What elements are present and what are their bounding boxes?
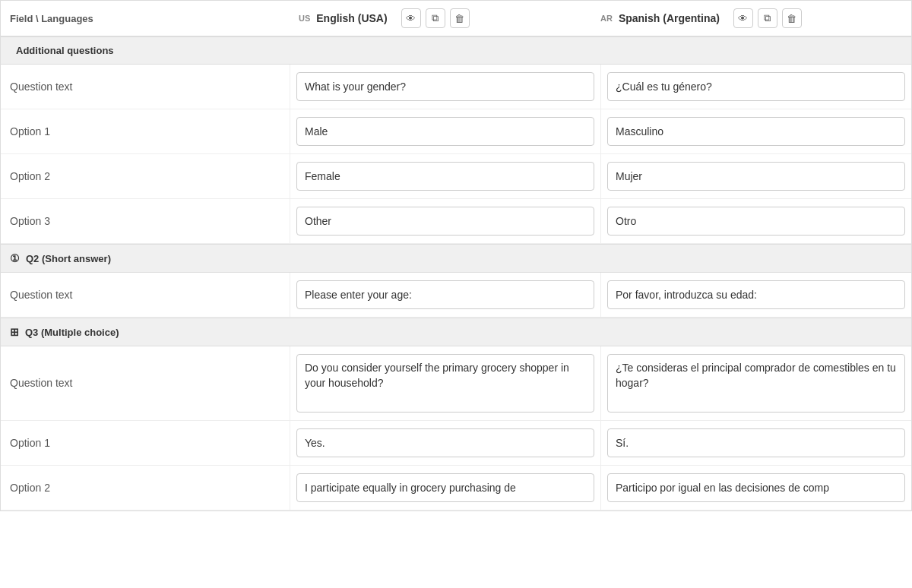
- row-cell-en-additional_questions-2: Female: [290, 154, 600, 198]
- row-cell-es-q3-1: Sí.: [600, 421, 911, 465]
- row-label-q2-0: Question text: [1, 273, 290, 317]
- data-row-additional_questions-3: Option 3OtherOtro: [1, 199, 911, 244]
- section-label-q3: Q3 (Multiple choice): [25, 327, 119, 338]
- row-cell-es-q3-2: Participo por igual en las decisiones de…: [600, 466, 911, 510]
- field-languages-header: Field \ Languages: [10, 13, 299, 24]
- lang1-icons: 👁 ⧉ 🗑: [401, 8, 470, 28]
- lang1-eye-button[interactable]: 👁: [401, 8, 421, 28]
- input-en-additional_questions-0[interactable]: What is your gender?: [296, 72, 594, 101]
- row-cell-es-q2-0: Por favor, introduzca su edad:: [600, 273, 911, 317]
- row-label-q3-1: Option 1: [1, 421, 290, 465]
- input-en-q3-2[interactable]: I participate equally in grocery purchas…: [296, 473, 594, 502]
- input-es-additional_questions-2[interactable]: Mujer: [607, 162, 905, 191]
- lang1-flag: US: [299, 14, 310, 23]
- row-cell-es-additional_questions-1: Masculino: [600, 109, 911, 153]
- input-es-q3-2[interactable]: Participo por igual en las decisiones de…: [607, 473, 905, 502]
- row-cell-es-additional_questions-0: ¿Cuál es tu género?: [600, 65, 911, 109]
- data-row-q3-1: Option 1Yes.Sí.: [1, 421, 911, 466]
- section-header-additional_questions: Additional questions: [1, 36, 911, 65]
- row-label-additional_questions-1: Option 1: [1, 109, 290, 153]
- input-es-additional_questions-1[interactable]: Masculino: [607, 117, 905, 146]
- data-row-q2-0: Question textPlease enter your age:Por f…: [1, 273, 911, 318]
- lang2-name: Spanish (Argentina): [619, 12, 720, 24]
- input-en-q3-0[interactable]: [296, 354, 594, 413]
- section-icon-q3: ⊞: [10, 326, 19, 338]
- row-label-q3-0: Question text: [1, 346, 290, 420]
- row-cell-es-q3-0: [600, 346, 911, 420]
- lang1-trash-button[interactable]: 🗑: [450, 8, 470, 28]
- lang2-flag: AR: [600, 14, 613, 23]
- lang2-header: AR Spanish (Argentina) 👁 ⧉ 🗑: [600, 8, 902, 28]
- row-label-additional_questions-0: Question text: [1, 65, 290, 109]
- data-row-q3-2: Option 2I participate equally in grocery…: [1, 466, 911, 511]
- sections-container: Additional questions Question textWhat i…: [1, 36, 911, 511]
- row-cell-en-q3-0: [290, 346, 600, 420]
- row-cell-en-additional_questions-1: Male: [290, 109, 600, 153]
- lang2-icons: 👁 ⧉ 🗑: [733, 8, 802, 28]
- row-cell-en-additional_questions-0: What is your gender?: [290, 65, 600, 109]
- translation-table: Field \ Languages US English (USA) 👁 ⧉ 🗑…: [0, 0, 912, 511]
- row-cell-es-additional_questions-2: Mujer: [600, 154, 911, 198]
- row-cell-en-additional_questions-3: Other: [290, 199, 600, 243]
- input-es-q3-0[interactable]: [607, 354, 905, 413]
- input-es-q3-1[interactable]: Sí.: [607, 428, 905, 457]
- section-label-additional_questions: Additional questions: [16, 45, 114, 56]
- input-en-q2-0[interactable]: Please enter your age:: [296, 280, 594, 309]
- data-row-additional_questions-2: Option 2FemaleMujer: [1, 154, 911, 199]
- lang1-name: English (USA): [316, 12, 387, 24]
- row-cell-en-q3-2: I participate equally in grocery purchas…: [290, 466, 600, 510]
- input-es-additional_questions-3[interactable]: Otro: [607, 207, 905, 236]
- lang2-eye-button[interactable]: 👁: [733, 8, 753, 28]
- table-header: Field \ Languages US English (USA) 👁 ⧉ 🗑…: [1, 1, 911, 36]
- row-cell-en-q2-0: Please enter your age:: [290, 273, 600, 317]
- data-row-additional_questions-1: Option 1MaleMasculino: [1, 109, 911, 154]
- section-label-q2: Q2 (Short answer): [26, 253, 111, 264]
- input-en-additional_questions-1[interactable]: Male: [296, 117, 594, 146]
- lang2-copy-button[interactable]: ⧉: [758, 8, 777, 28]
- row-cell-en-q3-1: Yes.: [290, 421, 600, 465]
- lang1-copy-button[interactable]: ⧉: [426, 8, 445, 28]
- input-es-additional_questions-0[interactable]: ¿Cuál es tu género?: [607, 72, 905, 101]
- data-row-q3-0: Question text: [1, 346, 911, 421]
- input-es-q2-0[interactable]: Por favor, introduzca su edad:: [607, 280, 905, 309]
- input-en-q3-1[interactable]: Yes.: [296, 428, 594, 457]
- input-en-additional_questions-3[interactable]: Other: [296, 207, 594, 236]
- section-header-q3: ⊞ Q3 (Multiple choice): [1, 318, 911, 346]
- row-label-q3-2: Option 2: [1, 466, 290, 510]
- lang1-header: US English (USA) 👁 ⧉ 🗑: [299, 8, 600, 28]
- row-label-additional_questions-2: Option 2: [1, 154, 290, 198]
- row-cell-es-additional_questions-3: Otro: [600, 199, 911, 243]
- lang2-trash-button[interactable]: 🗑: [782, 8, 802, 28]
- input-en-additional_questions-2[interactable]: Female: [296, 162, 594, 191]
- row-label-additional_questions-3: Option 3: [1, 199, 290, 243]
- data-row-additional_questions-0: Question textWhat is your gender?¿Cuál e…: [1, 65, 911, 109]
- section-icon-q2: ①: [10, 252, 20, 264]
- section-header-q2: ① Q2 (Short answer): [1, 244, 911, 273]
